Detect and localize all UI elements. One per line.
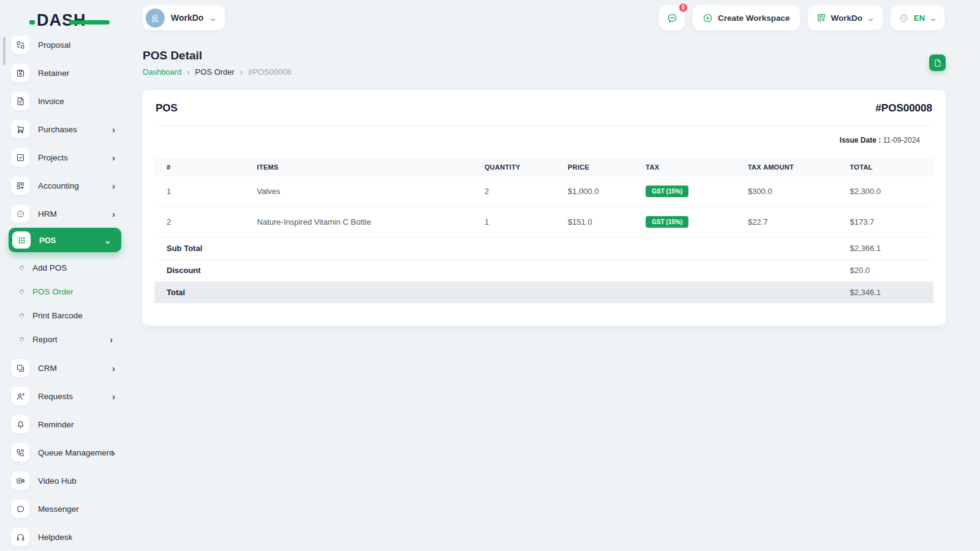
language-label: EN bbox=[914, 13, 925, 23]
sidebar-item-label: CRM bbox=[38, 364, 57, 373]
sidebar-item-crm[interactable]: CRM › bbox=[0, 354, 130, 382]
sidebar-item-label: Helpdesk bbox=[38, 533, 72, 542]
pos-detail-card: POS #POS00008 Issue Date : 11-09-2024 # … bbox=[142, 90, 946, 326]
logo-bar bbox=[69, 20, 110, 24]
sidebar-subitem-print-barcode[interactable]: Print Barcode bbox=[0, 304, 130, 328]
issue-date-value: 11-09-2024 bbox=[883, 136, 921, 144]
language-selector[interactable]: EN ⌄ bbox=[891, 6, 944, 30]
grid-plus-icon bbox=[816, 13, 826, 23]
sidebar-item-proposal[interactable]: Proposal bbox=[0, 31, 130, 59]
discount-label: Discount bbox=[154, 260, 838, 282]
proposal-icon bbox=[11, 36, 29, 54]
col-items: ITEMS bbox=[245, 158, 472, 176]
chevron-right-icon: › bbox=[112, 153, 115, 162]
export-button[interactable] bbox=[929, 54, 946, 71]
logo-dot bbox=[29, 20, 35, 24]
page-header: POS Detail Dashboard › POS Order › #POS0… bbox=[143, 49, 946, 77]
subitem-label: POS Order bbox=[32, 287, 74, 296]
sidebar-item-retainer[interactable]: Retainer bbox=[0, 59, 130, 87]
chevron-right-icon: › bbox=[112, 125, 115, 134]
sidebar-item-label: Retainer bbox=[38, 69, 69, 78]
cell-tax: GST (15%) bbox=[633, 207, 736, 238]
total-value: $2,346.1 bbox=[838, 282, 934, 304]
topbar: WorkDo ⌄ 0 Create Workspace WorkDo ⌄ EN … bbox=[142, 5, 944, 31]
col-tax: TAX bbox=[633, 158, 736, 176]
tax-badge: GST (15%) bbox=[646, 186, 688, 197]
messages-button[interactable]: 0 bbox=[659, 6, 685, 30]
cell-tax: GST (15%) bbox=[633, 176, 736, 207]
workspace-selector[interactable]: WorkDo ⌄ bbox=[143, 6, 225, 30]
company-menu[interactable]: WorkDo ⌄ bbox=[808, 6, 883, 30]
pos-number: #POS00008 bbox=[875, 102, 932, 114]
table-header-row: # ITEMS QUANTITY PRICE TAX TAX AMOUNT TO… bbox=[154, 158, 933, 176]
sidebar-item-projects[interactable]: Projects › bbox=[0, 143, 130, 171]
breadcrumb-current: #POS00008 bbox=[248, 67, 292, 77]
sidebar-item-label: Projects bbox=[38, 153, 68, 162]
chat-bubble-icon bbox=[11, 500, 29, 518]
sidebar-item-accounting[interactable]: Accounting › bbox=[0, 171, 130, 200]
pos-items-table: # ITEMS QUANTITY PRICE TAX TAX AMOUNT TO… bbox=[154, 158, 933, 303]
tax-badge: GST (15%) bbox=[646, 216, 688, 228]
chevron-right-icon: › bbox=[112, 181, 115, 190]
pos-grid-icon bbox=[12, 231, 31, 249]
sidebar-item-hrm[interactable]: HRM › bbox=[0, 200, 130, 228]
sidebar-item-reminder[interactable]: Reminder bbox=[0, 410, 130, 438]
bell-icon bbox=[11, 415, 29, 433]
grid-plus-icon bbox=[11, 176, 29, 195]
sidebar: DASH Proposal Retainer Invoice Purchases… bbox=[0, 0, 130, 551]
cart-icon bbox=[11, 120, 29, 138]
cell-index: 1 bbox=[154, 176, 245, 207]
cell-price: $1,000.0 bbox=[556, 176, 633, 207]
subtotal-row: Sub Total $2,366.1 bbox=[154, 238, 933, 260]
card-title: POS bbox=[156, 102, 178, 114]
dash-logo[interactable]: DASH bbox=[31, 10, 86, 31]
card-header: POS #POS00008 bbox=[154, 90, 933, 126]
sidebar-item-video-hub[interactable]: Video Hub bbox=[0, 467, 130, 495]
cell-item: Valves bbox=[245, 176, 472, 207]
chevron-right-icon: › bbox=[112, 448, 115, 457]
bullet-icon bbox=[19, 289, 25, 295]
cell-price: $151.0 bbox=[556, 207, 633, 238]
company-menu-label: WorkDo bbox=[831, 13, 863, 23]
chevron-separator: › bbox=[187, 68, 190, 77]
crm-icon bbox=[11, 359, 29, 377]
chevron-right-icon: › bbox=[112, 392, 115, 401]
sidebar-item-pos[interactable]: POS ⌄ bbox=[9, 228, 121, 252]
chevron-right-icon: › bbox=[112, 364, 115, 373]
issue-date: Issue Date : 11-09-2024 bbox=[154, 136, 933, 144]
cell-quantity: 1 bbox=[472, 207, 556, 238]
sidebar-subitem-pos-order[interactable]: POS Order bbox=[0, 280, 130, 304]
sidebar-item-helpdesk[interactable]: Helpdesk bbox=[0, 523, 130, 551]
subitem-label: Report bbox=[32, 335, 58, 344]
breadcrumb-dashboard[interactable]: Dashboard bbox=[143, 67, 182, 77]
chat-icon bbox=[666, 12, 678, 24]
sidebar-item-label: Requests bbox=[38, 392, 73, 401]
sidebar-item-label: HRM bbox=[38, 209, 57, 219]
sidebar-subitem-report[interactable]: Report › bbox=[0, 328, 130, 351]
sidebar-subitem-add-pos[interactable]: Add POS bbox=[0, 256, 130, 280]
sidebar-item-label: Messenger bbox=[38, 504, 79, 514]
sidebar-item-queue-management[interactable]: Queue Management › bbox=[0, 438, 130, 467]
cell-total: $2,300.0 bbox=[838, 176, 934, 207]
total-label: Total bbox=[154, 282, 838, 304]
subtotal-label: Sub Total bbox=[154, 238, 838, 260]
bullet-icon bbox=[19, 313, 25, 319]
discount-row: Discount $20.0 bbox=[154, 260, 933, 282]
sidebar-item-messenger[interactable]: Messenger bbox=[0, 495, 130, 523]
sidebar-item-label: Video Hub bbox=[38, 476, 77, 485]
col-quantity: QUANTITY bbox=[472, 158, 556, 176]
table-row: 1 Valves 2 $1,000.0 GST (15%) $300.0 $2,… bbox=[154, 176, 933, 207]
sidebar-item-invoice[interactable]: Invoice bbox=[0, 87, 130, 115]
sidebar-nav: Proposal Retainer Invoice Purchases › Pr… bbox=[0, 31, 130, 551]
headset-icon bbox=[11, 528, 29, 546]
breadcrumb-pos-order[interactable]: POS Order bbox=[195, 67, 235, 77]
page-title: POS Detail bbox=[143, 49, 946, 62]
sidebar-item-purchases[interactable]: Purchases › bbox=[0, 115, 130, 143]
issue-date-label: Issue Date : bbox=[840, 136, 881, 144]
check-square-icon bbox=[11, 148, 29, 167]
sidebar-item-label: Invoice bbox=[38, 97, 64, 106]
file-icon bbox=[933, 59, 942, 67]
create-workspace-button[interactable]: Create Workspace bbox=[693, 6, 800, 30]
sidebar-item-label: POS bbox=[39, 236, 56, 245]
sidebar-item-requests[interactable]: Requests › bbox=[0, 382, 130, 410]
